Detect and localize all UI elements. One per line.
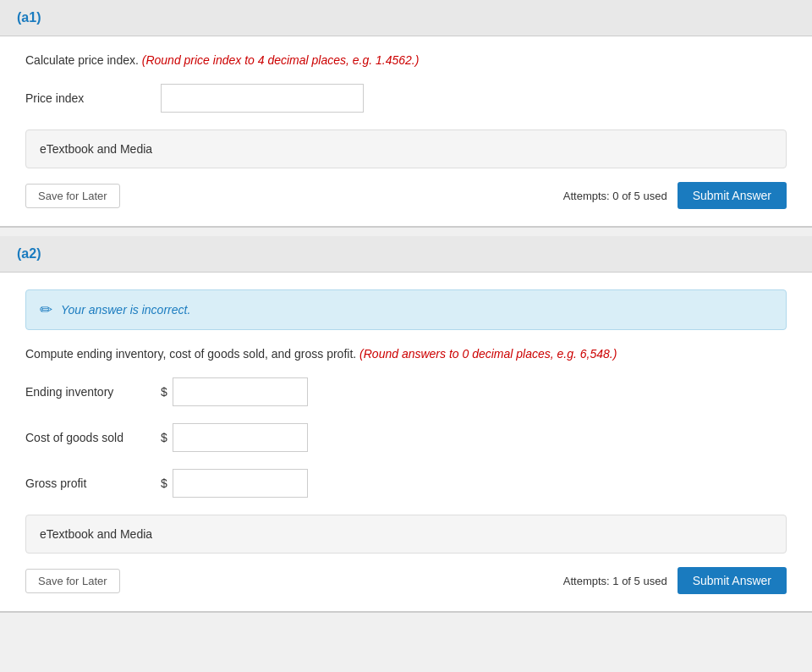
a2-etextbook-bar: eTextbook and Media bbox=[25, 515, 787, 554]
gross-profit-row: Gross profit $ bbox=[25, 469, 787, 498]
section-a1-body: Calculate price index. (Round price inde… bbox=[0, 36, 812, 228]
a1-instruction-emphasis: (Round price index to 4 decimal places, … bbox=[142, 53, 420, 67]
a1-instruction-plain: Calculate price index. bbox=[25, 53, 139, 67]
a1-right-group: Attempts: 0 of 5 used Submit Answer bbox=[563, 182, 787, 209]
section-separator-1 bbox=[0, 228, 812, 236]
gross-profit-label: Gross profit bbox=[25, 476, 161, 490]
ending-inventory-label: Ending inventory bbox=[25, 385, 161, 399]
ending-inventory-row: Ending inventory $ bbox=[25, 377, 787, 406]
cost-of-goods-input[interactable] bbox=[173, 423, 308, 452]
a2-footer-row: Save for Later Attempts: 1 of 5 used Sub… bbox=[25, 567, 787, 594]
cost-of-goods-label: Cost of goods sold bbox=[25, 431, 161, 444]
a1-save-later-button[interactable]: Save for Later bbox=[25, 184, 120, 208]
ending-inventory-dollar: $ bbox=[161, 385, 167, 399]
a2-etextbook-label: eTextbook and Media bbox=[40, 527, 152, 541]
section-a2-label: (a2) bbox=[17, 246, 41, 261]
cost-of-goods-row: Cost of goods sold $ bbox=[25, 423, 787, 452]
a1-etextbook-bar: eTextbook and Media bbox=[25, 129, 787, 168]
ending-inventory-input[interactable] bbox=[173, 377, 308, 406]
a2-right-group: Attempts: 1 of 5 used Submit Answer bbox=[563, 567, 787, 594]
price-index-label: Price index bbox=[25, 91, 161, 105]
a2-alert-text: Your answer is incorrect. bbox=[61, 303, 190, 317]
a1-submit-button[interactable]: Submit Answer bbox=[678, 182, 787, 209]
section-a2-body: ✏ Your answer is incorrect. Compute endi… bbox=[0, 273, 812, 613]
section-a1-label: (a1) bbox=[17, 10, 41, 25]
a2-instruction: Compute ending inventory, cost of goods … bbox=[25, 347, 787, 361]
section-a1-header: (a1) bbox=[0, 0, 812, 36]
a2-submit-button[interactable]: Submit Answer bbox=[678, 567, 787, 594]
a1-instruction: Calculate price index. (Round price inde… bbox=[25, 53, 787, 67]
section-a2-header: (a2) bbox=[0, 236, 812, 273]
price-index-row: Price index bbox=[25, 84, 787, 113]
a2-instruction-plain: Compute ending inventory, cost of goods … bbox=[25, 347, 356, 361]
pencil-icon: ✏ bbox=[40, 300, 52, 319]
a1-attempts-text: Attempts: 0 of 5 used bbox=[563, 190, 667, 202]
gross-profit-input[interactable] bbox=[173, 469, 308, 498]
a1-etextbook-label: eTextbook and Media bbox=[40, 142, 152, 156]
a2-alert-box: ✏ Your answer is incorrect. bbox=[25, 289, 787, 330]
a2-instruction-emphasis: (Round answers to 0 decimal places, e.g.… bbox=[359, 347, 617, 361]
a2-attempts-text: Attempts: 1 of 5 used bbox=[563, 575, 667, 587]
cost-of-goods-dollar: $ bbox=[161, 431, 167, 444]
gross-profit-dollar: $ bbox=[161, 476, 167, 490]
a1-footer-row: Save for Later Attempts: 0 of 5 used Sub… bbox=[25, 182, 787, 209]
a2-save-later-button[interactable]: Save for Later bbox=[25, 569, 120, 593]
price-index-input[interactable] bbox=[161, 84, 364, 113]
